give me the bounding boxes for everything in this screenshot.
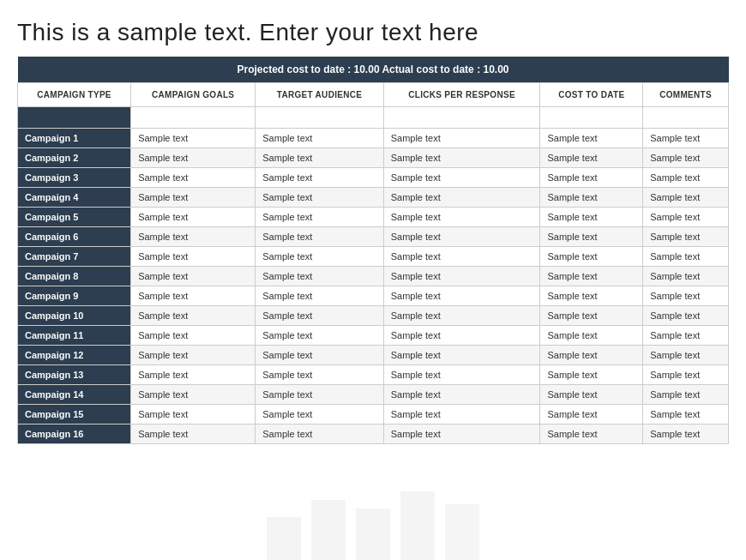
cost-to-date-cell: Sample text xyxy=(540,188,643,208)
cost-to-date-cell: Sample text xyxy=(540,129,643,148)
campaign-goals-cell: Sample text xyxy=(131,306,256,326)
table-row: Campaign 10Sample textSample textSample … xyxy=(18,306,729,326)
table-body: Campaign 1Sample textSample textSample t… xyxy=(18,129,729,444)
table-row: Campaign 14Sample textSample textSample … xyxy=(18,385,729,405)
header-target-audience: TARGET AUDIENCE xyxy=(256,83,383,107)
campaign-name-cell: Campaign 10 xyxy=(18,306,131,326)
header-clicks-per-response: CLICKS PER RESPONSE xyxy=(383,83,540,107)
clicks-per-response-cell: Sample text xyxy=(383,286,540,306)
target-audience-cell: Sample text xyxy=(256,247,383,267)
cost-to-date-cell: Sample text xyxy=(540,148,643,168)
comments-cell: Sample text xyxy=(643,129,729,148)
header-campaign-goals: CAMPAIGN GOALS xyxy=(131,83,256,107)
header-cost-to-date: COST TO DATE xyxy=(540,83,643,107)
campaign-goals-cell: Sample text xyxy=(131,168,256,188)
comments-cell: Sample text xyxy=(643,208,729,227)
comments-cell: Sample text xyxy=(643,326,729,346)
cost-to-date-cell: Sample text xyxy=(540,227,643,247)
target-audience-cell: Sample text xyxy=(256,405,383,425)
campaign-goals-cell: Sample text xyxy=(131,129,256,148)
campaign-goals-cell: Sample text xyxy=(131,148,256,168)
campaign-name-cell: Campaign 16 xyxy=(18,425,131,444)
comments-cell: Sample text xyxy=(643,365,729,385)
empty-cell-5 xyxy=(540,107,643,129)
target-audience-cell: Sample text xyxy=(256,129,383,148)
cost-to-date-cell: Sample text xyxy=(540,405,643,425)
projected-cost-row: Projected cost to date : 10.00 Actual co… xyxy=(18,57,729,83)
table-row: Campaign 12Sample textSample textSample … xyxy=(18,346,729,365)
clicks-per-response-cell: Sample text xyxy=(383,168,540,188)
campaign-name-cell: Campaign 1 xyxy=(18,129,131,148)
clicks-per-response-cell: Sample text xyxy=(383,385,540,405)
comments-cell: Sample text xyxy=(643,385,729,405)
target-audience-cell: Sample text xyxy=(256,188,383,208)
campaign-name-cell: Campaign 14 xyxy=(18,385,131,405)
campaign-name-cell: Campaign 5 xyxy=(18,208,131,227)
campaign-name-cell: Campaign 6 xyxy=(18,227,131,247)
comments-cell: Sample text xyxy=(643,306,729,326)
target-audience-cell: Sample text xyxy=(256,346,383,365)
table-row: Campaign 5Sample textSample textSample t… xyxy=(18,208,729,227)
cost-to-date-cell: Sample text xyxy=(540,385,643,405)
table-row: Campaign 13Sample textSample textSample … xyxy=(18,365,729,385)
clicks-per-response-cell: Sample text xyxy=(383,405,540,425)
comments-cell: Sample text xyxy=(643,286,729,306)
target-audience-cell: Sample text xyxy=(256,208,383,227)
campaign-goals-cell: Sample text xyxy=(131,188,256,208)
header-campaign-type: CAMPAIGN TYPE xyxy=(18,83,131,107)
clicks-per-response-cell: Sample text xyxy=(383,346,540,365)
campaign-goals-cell: Sample text xyxy=(131,247,256,267)
target-audience-cell: Sample text xyxy=(256,148,383,168)
campaign-name-cell: Campaign 2 xyxy=(18,148,131,168)
cost-to-date-cell: Sample text xyxy=(540,267,643,286)
campaign-goals-cell: Sample text xyxy=(131,267,256,286)
target-audience-cell: Sample text xyxy=(256,385,383,405)
table-wrapper: Projected cost to date : 10.00 Actual co… xyxy=(17,57,729,444)
cost-to-date-cell: Sample text xyxy=(540,365,643,385)
table-row: Campaign 3Sample textSample textSample t… xyxy=(18,168,729,188)
target-audience-cell: Sample text xyxy=(256,227,383,247)
campaign-name-cell: Campaign 8 xyxy=(18,267,131,286)
comments-cell: Sample text xyxy=(643,247,729,267)
clicks-per-response-cell: Sample text xyxy=(383,208,540,227)
header-comments: COMMENTS xyxy=(643,83,729,107)
empty-cell-1 xyxy=(18,107,131,129)
clicks-per-response-cell: Sample text xyxy=(383,306,540,326)
empty-spacer-row xyxy=(18,107,729,129)
campaign-goals-cell: Sample text xyxy=(131,405,256,425)
table-row: Campaign 16Sample textSample textSample … xyxy=(18,425,729,444)
clicks-per-response-cell: Sample text xyxy=(383,326,540,346)
clicks-per-response-cell: Sample text xyxy=(383,227,540,247)
table-row: Campaign 4Sample textSample textSample t… xyxy=(18,188,729,208)
campaign-name-cell: Campaign 11 xyxy=(18,326,131,346)
clicks-per-response-cell: Sample text xyxy=(383,365,540,385)
campaign-name-cell: Campaign 7 xyxy=(18,247,131,267)
table-row: Campaign 7Sample textSample textSample t… xyxy=(18,247,729,267)
campaign-goals-cell: Sample text xyxy=(131,326,256,346)
comments-cell: Sample text xyxy=(643,346,729,365)
campaign-table: Projected cost to date : 10.00 Actual co… xyxy=(17,57,729,444)
cost-to-date-cell: Sample text xyxy=(540,247,643,267)
title-section: This is a sample text. Enter your text h… xyxy=(17,17,729,48)
clicks-per-response-cell: Sample text xyxy=(383,129,540,148)
comments-cell: Sample text xyxy=(643,267,729,286)
table-row: Campaign 9Sample textSample textSample t… xyxy=(18,286,729,306)
target-audience-cell: Sample text xyxy=(256,365,383,385)
clicks-per-response-cell: Sample text xyxy=(383,247,540,267)
watermark-bar-bottom xyxy=(356,509,390,560)
table-row: Campaign 6Sample textSample textSample t… xyxy=(18,227,729,247)
cost-to-date-cell: Sample text xyxy=(540,306,643,326)
clicks-per-response-cell: Sample text xyxy=(383,267,540,286)
cost-to-date-cell: Sample text xyxy=(540,208,643,227)
campaign-goals-cell: Sample text xyxy=(131,385,256,405)
campaign-goals-cell: Sample text xyxy=(131,227,256,247)
bottom-watermark xyxy=(0,491,746,560)
campaign-goals-cell: Sample text xyxy=(131,365,256,385)
empty-cell-4 xyxy=(383,107,540,129)
comments-cell: Sample text xyxy=(643,168,729,188)
target-audience-cell: Sample text xyxy=(256,326,383,346)
clicks-per-response-cell: Sample text xyxy=(383,188,540,208)
target-audience-cell: Sample text xyxy=(256,267,383,286)
table-row: Campaign 8Sample textSample textSample t… xyxy=(18,267,729,286)
target-audience-cell: Sample text xyxy=(256,306,383,326)
